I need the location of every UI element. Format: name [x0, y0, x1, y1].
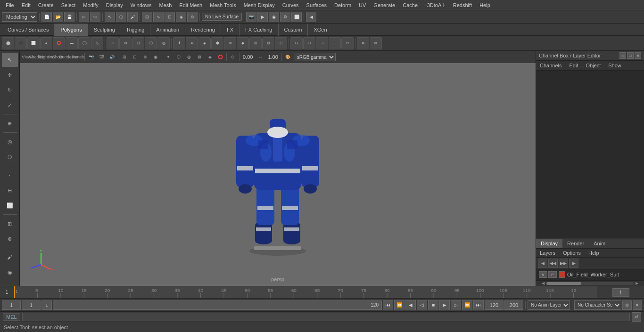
vp-isolate-btn[interactable]: ⊙	[228, 52, 238, 62]
layer-tab-display[interactable]: Display	[536, 239, 562, 248]
snap-curve-button[interactable]: ∿	[153, 12, 164, 22]
shelf-separate-btn[interactable]: ⊗	[119, 37, 132, 49]
lasso-tool-button[interactable]: ⬡	[116, 12, 126, 22]
vp-sel-highlight-btn[interactable]: ✦	[164, 52, 173, 62]
shelf-sphere-btn[interactable]: ⬤	[2, 37, 14, 49]
tab-fx-caching[interactable]: FX Caching	[239, 24, 278, 36]
pb-step-fwd[interactable]: ⏩	[462, 300, 472, 310]
layer-menu-layers[interactable]: Layers	[536, 249, 559, 257]
undo-button[interactable]: ↩	[79, 12, 89, 22]
vp-smooth-btn[interactable]: ⭕	[215, 52, 225, 62]
select-tool-button[interactable]: ↖	[105, 12, 115, 22]
shelf-split-btn[interactable]: ⊷	[303, 37, 315, 49]
shelf-insert-loop-btn[interactable]: ⊠	[262, 37, 274, 49]
menu-curves[interactable]: Curves	[279, 1, 303, 9]
cb-tab-show[interactable]: Show	[604, 61, 625, 70]
no-live-surface-btn[interactable]: No Live Surface	[202, 13, 242, 21]
shelf-crease-btn[interactable]: ⊸	[316, 37, 328, 49]
sculpt-tool[interactable]: ◉	[2, 265, 18, 279]
redo-button[interactable]: ↪	[90, 12, 100, 22]
layer-menu-help[interactable]: Help	[585, 249, 603, 257]
menu-uv[interactable]: UV	[355, 1, 370, 9]
total-frames-input[interactable]	[504, 300, 523, 310]
universal-manipulator-tool[interactable]: ⊕	[2, 116, 18, 130]
shelf-disk-btn[interactable]: ◯	[78, 37, 91, 49]
scroll-thumb[interactable]	[546, 282, 581, 285]
menu-windows[interactable]: Windows	[127, 1, 156, 9]
vp-shaded-btn[interactable]: ◍	[184, 52, 194, 62]
pb-go-start[interactable]: ⏮	[383, 300, 393, 310]
shelf-bridge-btn[interactable]: ⬅	[186, 37, 198, 49]
shelf-extract-btn[interactable]: ⊡	[132, 37, 144, 49]
render-settings-btn[interactable]: ⚙	[280, 12, 290, 22]
layer-tab-render[interactable]: Render	[562, 239, 589, 248]
pb-play-back[interactable]: ◁	[417, 300, 427, 310]
shelf-cube-btn[interactable]: ⬛	[15, 37, 27, 49]
vp-panels-menu[interactable]: Panels	[74, 52, 83, 62]
menu-edit-mesh[interactable]: Edit Mesh	[175, 1, 206, 9]
render-btn[interactable]: ▶	[257, 12, 268, 22]
tab-rigging[interactable]: Rigging	[121, 24, 150, 36]
lasso-select-tool[interactable]: ⬡	[2, 150, 18, 164]
shelf-bool-btn[interactable]: ⬡	[145, 37, 157, 49]
shelf-connect-btn[interactable]: ⊶	[290, 37, 303, 49]
vp-origin-btn[interactable]: ⊗	[140, 52, 150, 62]
layer-entry[interactable]: V P Oil_Field_Worker_Suit	[536, 269, 644, 280]
menu-deform[interactable]: Deform	[330, 1, 355, 9]
paint-tool-button[interactable]: 🖌	[127, 12, 138, 22]
menu-mesh[interactable]: Mesh	[155, 1, 175, 9]
component-mode-face[interactable]: ⬜	[2, 198, 18, 212]
end-frame-input[interactable]	[485, 300, 504, 310]
tab-curves-surfaces[interactable]: Curves / Surfaces	[2, 24, 55, 36]
mel-button[interactable]: MEL	[3, 313, 20, 321]
cb-tab-channels[interactable]: Channels	[536, 61, 565, 70]
vp-wireframe-btn[interactable]: ⬡	[174, 52, 183, 62]
snap-curve-lt[interactable]: ⊛	[2, 232, 18, 246]
shelf-fill-btn[interactable]: ◈	[198, 37, 211, 49]
color-profile-select[interactable]: sRGB gamma	[294, 53, 336, 61]
timeline-ruler[interactable]: 1 5 10 15 20 25 30 35 40 45 50 55 60	[14, 286, 597, 298]
layer-icon-2[interactable]: ◀◀	[548, 259, 558, 268]
current-frame-input[interactable]	[612, 288, 629, 297]
menu-select[interactable]: Select	[58, 1, 80, 9]
camera-view-btn[interactable]: 📷	[246, 12, 256, 22]
workspace-selector[interactable]: Modeling	[2, 12, 37, 22]
component-mode-edge[interactable]: ⊟	[2, 183, 18, 197]
menu-edit[interactable]: Edit	[18, 1, 34, 9]
layer-visibility-btn[interactable]: V	[539, 271, 547, 278]
vp-display-btn[interactable]: ◉	[151, 52, 160, 62]
tab-fx[interactable]: FX	[221, 24, 239, 36]
shelf-sculpt-btn[interactable]: ⊕	[224, 37, 236, 49]
layer-tab-anim[interactable]: Anim	[589, 239, 610, 248]
start-frame-input[interactable]	[2, 300, 21, 310]
shelf-plane-btn[interactable]: ▬	[66, 37, 78, 49]
pb-stop[interactable]: ■	[428, 300, 438, 310]
char-set-btn1[interactable]: ⚙	[622, 300, 632, 310]
vp-tx-icon[interactable]: ↔	[256, 52, 265, 62]
tab-custom[interactable]: Custom	[279, 24, 308, 36]
cb-tab-object[interactable]: Object	[582, 61, 604, 70]
vp-film-btn[interactable]: 🎬	[97, 52, 106, 62]
char-set-select[interactable]: No Character Set	[574, 300, 621, 310]
vp-shade-wire-btn[interactable]: ⊠	[195, 52, 204, 62]
shelf-append-btn[interactable]: ⬢	[211, 37, 223, 49]
menu-mesh-display[interactable]: Mesh Display	[240, 1, 279, 9]
shelf-platonic-btn[interactable]: ◇	[91, 37, 103, 49]
tab-animation[interactable]: Animation	[150, 24, 185, 36]
scroll-right-arrow[interactable]: ▶	[636, 281, 638, 285]
menu-create[interactable]: Create	[34, 1, 58, 9]
vp-lighting-menu[interactable]: Lighting	[42, 52, 52, 62]
extra-btn1[interactable]: ◀	[306, 12, 316, 22]
playback-range-bar[interactable]: 120	[53, 300, 382, 310]
tab-xgen[interactable]: XGen	[308, 24, 333, 36]
menu-help[interactable]: Help	[476, 1, 494, 9]
vp-cam-btn[interactable]: 📷	[86, 52, 96, 62]
menu-3dtoa[interactable]: -3DtoAll-	[421, 1, 449, 9]
snap-grid-button[interactable]: ⊞	[142, 12, 152, 22]
pb-play-fwd[interactable]: ▶	[439, 300, 450, 310]
shelf-bevel-btn[interactable]: ◆	[237, 37, 249, 49]
current-frame-input2[interactable]	[22, 300, 41, 310]
cb-close-btn[interactable]: ✕	[635, 52, 641, 59]
menu-redshift[interactable]: Redshift	[449, 1, 476, 9]
snap-grid-lt[interactable]: ⊞	[2, 217, 18, 231]
